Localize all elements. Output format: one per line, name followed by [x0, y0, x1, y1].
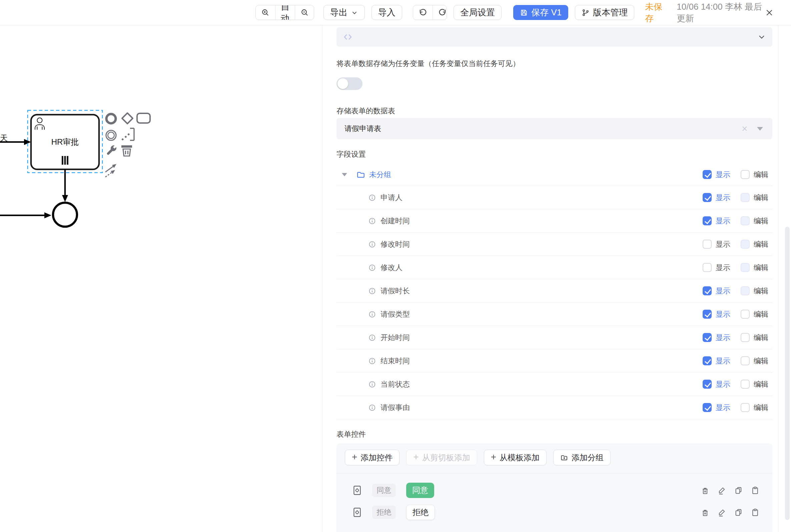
edit-checkbox[interactable] — [741, 193, 750, 202]
edit-icon[interactable] — [717, 508, 726, 517]
toggle-knob — [338, 78, 348, 89]
widget-button-preview[interactable]: 同意 — [406, 483, 434, 498]
add-group-label: 添加分组 — [571, 452, 604, 463]
clear-icon[interactable] — [741, 125, 748, 132]
info-icon — [369, 357, 376, 365]
close-button[interactable] — [765, 8, 774, 17]
field-label: 结束时间 — [380, 356, 410, 366]
import-button[interactable]: 导入 — [372, 5, 402, 20]
context-pad-task-icon[interactable] — [137, 113, 150, 123]
add-group-button[interactable]: 添加分组 — [553, 450, 610, 466]
multi-instance-marker — [62, 156, 68, 165]
field-row: 修改时间 显示 编辑 — [337, 233, 772, 256]
data-table-label: 存储表单的数据表 — [337, 106, 772, 116]
branch-icon — [582, 9, 589, 17]
show-label: 显示 — [716, 332, 730, 343]
edit-checkbox[interactable] — [741, 216, 750, 225]
show-checkbox[interactable] — [703, 380, 712, 389]
zoom-auto-button[interactable]: 自动 — [275, 5, 295, 20]
field-row: 请假类型 显示 编辑 — [337, 303, 772, 326]
show-checkbox[interactable] — [703, 240, 712, 249]
context-pad-connect-icon[interactable] — [106, 164, 116, 177]
group-edit-checkbox[interactable] — [741, 170, 750, 179]
show-checkbox[interactable] — [703, 356, 712, 365]
field-label: 请假时长 — [380, 286, 410, 296]
show-checkbox[interactable] — [703, 263, 712, 272]
field-group-row[interactable]: 未分组 显示 编辑 — [337, 163, 772, 186]
form-widgets-box: + 添加控件 + 从剪切板添加 + 从模板添加 — [337, 443, 772, 532]
chevron-down-icon[interactable] — [758, 33, 766, 41]
export-button[interactable]: 导出 — [323, 5, 365, 20]
paste-icon[interactable] — [751, 486, 760, 495]
redo-button[interactable] — [433, 5, 447, 20]
show-checkbox[interactable] — [703, 193, 712, 202]
copy-icon[interactable] — [734, 486, 743, 495]
edit-checkbox[interactable] — [741, 310, 750, 319]
edit-checkbox[interactable] — [741, 356, 750, 365]
zoom-in-button[interactable] — [256, 5, 275, 20]
undo-button[interactable] — [413, 5, 433, 20]
delete-icon[interactable] — [701, 486, 710, 495]
code-editor-collapsed[interactable] — [337, 27, 772, 47]
collapse-caret-icon[interactable] — [342, 173, 347, 176]
folder-icon — [357, 170, 365, 179]
field-row: 当前状态 显示 编辑 — [337, 373, 772, 396]
field-checkboxes: 显示 编辑 — [703, 356, 772, 366]
show-checkbox[interactable] — [703, 310, 712, 319]
end-event-node[interactable] — [53, 203, 77, 227]
unsaved-status: 未保存 — [645, 1, 667, 24]
global-settings-button[interactable]: 全局设置 — [453, 5, 502, 20]
store-task-var-toggle[interactable] — [337, 77, 362, 90]
copy-icon[interactable] — [734, 508, 743, 517]
edit-checkbox[interactable] — [741, 403, 750, 412]
context-pad-text-annotation-icon[interactable] — [121, 128, 134, 141]
delete-icon[interactable] — [701, 508, 710, 517]
bpmn-canvas[interactable]: 天 HR审批 — [0, 25, 322, 532]
show-checkbox[interactable] — [703, 403, 712, 412]
group-show-checkbox[interactable] — [703, 170, 712, 179]
add-from-clipboard-button[interactable]: + 从剪切板添加 — [406, 450, 477, 466]
edit-label: 编辑 — [754, 216, 768, 226]
edit-checkbox[interactable] — [741, 333, 750, 342]
info-icon — [369, 241, 376, 248]
add-control-button[interactable]: + 添加控件 — [345, 450, 399, 466]
widget-button-preview[interactable]: 拒绝 — [406, 505, 435, 520]
show-checkbox[interactable] — [703, 333, 712, 342]
show-checkbox[interactable] — [703, 216, 712, 225]
zoom-out-button[interactable] — [295, 5, 314, 20]
toolbar: 自动 导出 导入 — [0, 0, 791, 25]
context-pad-end-event-icon[interactable] — [106, 114, 116, 124]
show-checkbox[interactable] — [703, 286, 712, 295]
show-label: 显示 — [716, 239, 730, 249]
show-label: 显示 — [716, 286, 730, 296]
sequence-flow-into-end[interactable] — [0, 212, 51, 218]
data-table-select[interactable]: 请假申请表 — [337, 118, 772, 139]
edit-checkbox[interactable] — [741, 380, 750, 389]
panel-left-divider — [322, 25, 322, 532]
edit-icon[interactable] — [717, 486, 726, 495]
undo-icon — [418, 8, 427, 17]
context-pad-delete-icon[interactable] — [121, 145, 132, 156]
arrowhead — [62, 195, 68, 202]
user-task-node[interactable]: HR审批 — [31, 115, 99, 169]
edit-checkbox[interactable] — [741, 263, 750, 272]
divider — [337, 473, 772, 473]
zoom-controls: 自动 — [256, 5, 314, 20]
context-pad-gateway-icon[interactable] — [122, 113, 133, 124]
version-management-button[interactable]: 版本管理 — [575, 5, 634, 20]
field-row: 创建时间 显示 编辑 — [337, 209, 772, 233]
paste-icon[interactable] — [751, 508, 760, 517]
context-pad-intermediate-event-icon[interactable] — [106, 130, 116, 140]
context-pad-wrench-icon[interactable] — [107, 145, 116, 155]
field-label: 创建时间 — [380, 216, 410, 226]
info-icon — [369, 404, 376, 411]
add-from-template-button[interactable]: + 从模板添加 — [484, 450, 547, 466]
widget-name-tag: 拒绝 — [372, 506, 396, 519]
edit-checkbox[interactable] — [741, 286, 750, 295]
panel-scrollbar[interactable] — [785, 227, 790, 520]
sequence-flow-to-end[interactable] — [62, 169, 68, 202]
info-icon — [369, 264, 376, 271]
field-checkboxes: 显示 编辑 — [703, 263, 772, 273]
save-button[interactable]: 保存 V1 — [513, 5, 568, 20]
edit-checkbox[interactable] — [741, 240, 750, 249]
